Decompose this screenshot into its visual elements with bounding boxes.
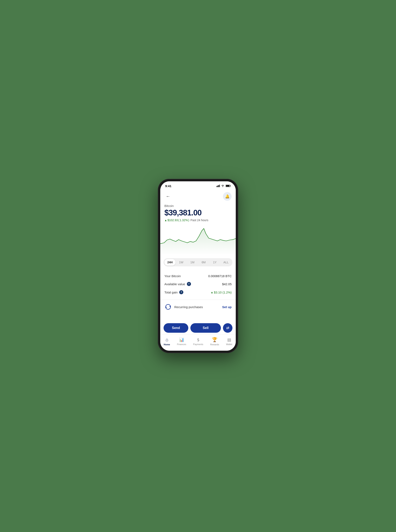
nav-item-wallet[interactable]: ▤ Wallet xyxy=(224,336,235,346)
bell-icon: 🔔 xyxy=(225,194,230,199)
holdings-available-row: Available value ? $42.05 xyxy=(164,280,232,288)
nav-label-rewards: Rewards xyxy=(210,343,219,346)
price-chart xyxy=(160,225,236,258)
notification-button[interactable]: 🔔 xyxy=(223,192,232,201)
spacer xyxy=(160,314,236,321)
time-btn-24h[interactable]: 24H xyxy=(164,259,175,266)
available-value: $42.05 xyxy=(222,282,232,286)
status-bar: 9:41 xyxy=(160,181,236,191)
svg-rect-2 xyxy=(218,185,219,187)
nav-label-finances: Finances xyxy=(177,343,186,346)
change-amount: $102.93 xyxy=(168,219,178,222)
coin-price: $39,381.00 xyxy=(164,208,232,217)
payments-icon: $ xyxy=(197,337,199,342)
nav-label-payments: Payments xyxy=(193,343,203,346)
battery-icon xyxy=(226,185,231,187)
main-content: Bitcoin $39,381.00 ▲ $102.93 (1.32%) Pas… xyxy=(160,203,236,334)
rewards-icon: 🏆 xyxy=(212,337,217,342)
refresh-icon xyxy=(165,304,171,310)
chart-svg xyxy=(160,225,236,255)
nav-label-wallet: Wallet xyxy=(226,343,232,346)
up-arrow-icon: ▲ xyxy=(164,219,167,222)
finances-icon: 📊 xyxy=(179,337,184,342)
time-btn-6m[interactable]: 6M xyxy=(198,259,209,266)
change-percent: 1.32% xyxy=(180,219,188,222)
available-value-label: Available value ? xyxy=(164,282,191,286)
recurring-icon xyxy=(164,303,172,311)
sell-button[interactable]: Sell xyxy=(190,323,221,333)
svg-rect-3 xyxy=(219,185,220,187)
signal-icon xyxy=(216,185,220,187)
nav-label-home: Home xyxy=(164,343,170,346)
price-change-row: ▲ $102.93 (1.32%) Past 24 hours xyxy=(164,219,232,222)
setup-button[interactable]: Set up xyxy=(222,305,232,309)
home-icon: ⌂ xyxy=(165,337,168,342)
holdings-total-gain-row: Total gain ? ▲ $3.10 (1.2%) xyxy=(164,288,232,296)
svg-rect-0 xyxy=(216,186,217,187)
chart-fill xyxy=(160,228,236,255)
price-change-positive: ▲ $102.93 (1.32%) xyxy=(164,219,189,222)
wifi-icon xyxy=(221,185,224,187)
your-bitcoin-label: Your Bitcoin xyxy=(164,274,181,278)
page-header: ← 🔔 xyxy=(160,191,236,203)
status-icons xyxy=(216,185,231,187)
holdings-bitcoin-row: Your Bitcoin 0.00088718 BTC xyxy=(164,272,232,280)
swap-icon: ⇄ xyxy=(226,326,229,330)
action-buttons-section: Send Sell ⇄ xyxy=(160,321,236,334)
nav-item-finances[interactable]: 📊 Finances xyxy=(175,336,189,346)
nav-item-payments[interactable]: $ Payments xyxy=(191,336,206,346)
time-btn-1w[interactable]: 1W xyxy=(175,259,187,266)
time-btn-all[interactable]: ALL xyxy=(221,259,232,266)
price-section: Bitcoin $39,381.00 ▲ $102.93 (1.32%) Pas… xyxy=(160,203,236,225)
total-gain-label: Total gain ? xyxy=(164,290,183,294)
bottom-navigation: ⌂ Home 📊 Finances $ Payments 🏆 Rewards ▤… xyxy=(160,334,236,351)
recurring-left: Recurring purchases xyxy=(164,303,203,311)
status-time: 9:41 xyxy=(165,184,171,188)
swap-button[interactable]: ⇄ xyxy=(223,323,233,333)
total-gain-value: ▲ $3.10 (1.2%) xyxy=(210,291,232,294)
available-value-info-icon[interactable]: ? xyxy=(187,282,191,286)
time-btn-1m[interactable]: 1M xyxy=(187,259,198,266)
gain-up-arrow: ▲ xyxy=(210,291,213,294)
holdings-section: Your Bitcoin 0.00088718 BTC Available va… xyxy=(160,270,236,300)
your-bitcoin-value: 0.00088718 BTC xyxy=(208,274,232,278)
send-button[interactable]: Send xyxy=(163,323,188,333)
nav-item-rewards[interactable]: 🏆 Rewards xyxy=(208,336,221,347)
time-btn-1y[interactable]: 1Y xyxy=(209,259,220,266)
svg-rect-1 xyxy=(218,185,218,187)
wallet-icon: ▤ xyxy=(227,337,231,342)
svg-point-4 xyxy=(222,186,223,187)
coin-name: Bitcoin xyxy=(164,204,232,208)
total-gain-info-icon[interactable]: ? xyxy=(179,290,183,294)
back-button[interactable]: ← xyxy=(164,193,172,200)
time-selector: 24H 1W 1M 6M 1Y ALL xyxy=(163,258,233,266)
change-period: Past 24 hours xyxy=(191,219,208,222)
svg-rect-7 xyxy=(226,185,230,187)
phone-device: 9:41 xyxy=(158,179,238,353)
svg-rect-6 xyxy=(230,185,231,186)
back-arrow-icon: ← xyxy=(166,194,170,199)
phone-screen: 9:41 xyxy=(160,181,236,351)
recurring-purchases-section: Recurring purchases Set up xyxy=(160,300,236,314)
nav-item-home[interactable]: ⌂ Home xyxy=(161,336,173,347)
recurring-text: Recurring purchases xyxy=(174,305,203,309)
